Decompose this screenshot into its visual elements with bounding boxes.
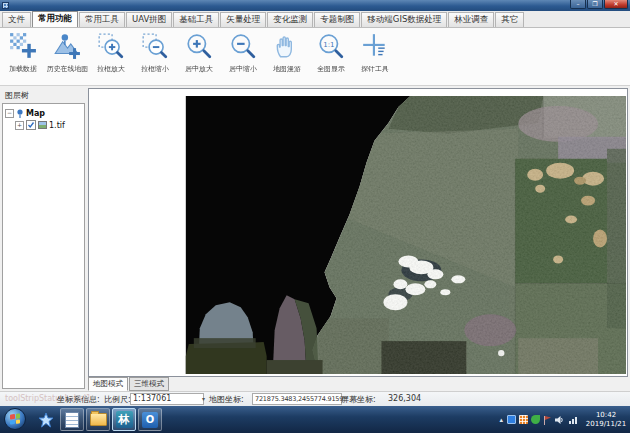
svg-text:1:1: 1:1 [323, 41, 334, 49]
history-online-map-icon [53, 32, 81, 60]
application-window: – ❐ ✕ 文件 常用功能 常用工具 UAV拼图 基础工具 矢量处理 变化监测 … [0, 0, 630, 433]
clock-date: 2019/11/21 [584, 420, 628, 429]
center-zoom-out-icon [229, 32, 257, 60]
taskbar-clock[interactable]: 10:42 2019/11/21 [584, 411, 628, 429]
tab-other[interactable]: 其它 [495, 12, 524, 27]
toolbar-button-label: 探针工具 [361, 64, 389, 73]
maximize-button[interactable]: ❐ [587, 0, 603, 9]
toolbar-button-label: 居中放大 [185, 64, 213, 73]
tree-node-map[interactable]: − Map [5, 107, 82, 119]
forest-app-icon: 林 [116, 411, 133, 428]
clock-time: 10:42 [584, 411, 628, 420]
ribbon-tab-strip: 文件 常用功能 常用工具 UAV拼图 基础工具 矢量处理 变化监测 专题制图 移… [0, 11, 630, 28]
tab-thematic-mapping[interactable]: 专题制图 [314, 12, 360, 27]
taskbar-o-app[interactable]: O [138, 408, 162, 431]
coord-system-label: 坐标系信息: [57, 394, 100, 405]
tab-change-monitoring[interactable]: 变化监测 [267, 12, 313, 27]
toolbar-button-label: 地图漫游 [273, 64, 301, 73]
window-controls: – ❐ ✕ [569, 0, 628, 9]
tray-blue-app-icon[interactable] [507, 415, 516, 424]
close-button[interactable]: ✕ [604, 0, 628, 9]
box-zoom-in-icon [97, 32, 125, 60]
scale-dropdown-arrow-icon[interactable]: ▾ [202, 395, 205, 402]
load-data-icon [9, 32, 37, 60]
app-logo-icon [2, 2, 9, 9]
tree-node-layer[interactable]: + 1.tif [5, 119, 82, 131]
check-icon [27, 121, 35, 129]
tray-grid-app-icon[interactable] [519, 415, 528, 424]
toolbar-button-label: 居中缩小 [229, 64, 257, 73]
full-extent-button[interactable]: 1:1 全图显示 [309, 28, 353, 84]
toolbar: 加载数据 历史在线地图 拉框放大 [0, 28, 630, 86]
raster-layer-icon [38, 121, 47, 129]
center-zoom-out-button[interactable]: 居中缩小 [221, 28, 265, 84]
center-zoom-in-button[interactable]: 居中放大 [177, 28, 221, 84]
toolbar-button-label: 全图显示 [317, 64, 345, 73]
map-coord-label: 地图坐标: [209, 394, 244, 405]
taskbar-explorer-app[interactable] [86, 408, 110, 431]
view-mode-tabs: 地图模式 三维模式 [88, 378, 170, 391]
layer-panel-title: 图层树 [5, 90, 29, 101]
minimize-button[interactable]: – [570, 0, 586, 9]
tab-3d-mode[interactable]: 三维模式 [129, 377, 169, 391]
document-icon [65, 412, 79, 428]
toolbar-button-label: 拉框缩小 [141, 64, 169, 73]
tray-flag-icon[interactable] [543, 415, 552, 425]
tab-forestry-survey[interactable]: 林业调查 [448, 12, 494, 27]
toolbar-button-label: 历史在线地图 [46, 64, 87, 73]
box-zoom-out-button[interactable]: 拉框缩小 [133, 28, 177, 84]
map-viewport[interactable] [88, 88, 628, 377]
layer-checkbox[interactable] [26, 120, 36, 130]
box-zoom-out-icon [141, 32, 169, 60]
load-data-button[interactable]: 加载数据 [1, 28, 45, 84]
toolbar-button-label: 加载数据 [9, 64, 37, 73]
folder-icon [90, 413, 107, 426]
star-icon [38, 412, 54, 428]
map-coord-field[interactable]: 721875.3483,2455774.9159 [252, 393, 342, 405]
screen-coord-value: 326,304 [388, 394, 421, 403]
tab-mobile-gis-data[interactable]: 移动端GIS数据处理 [361, 12, 447, 27]
full-extent-icon: 1:1 [317, 32, 345, 60]
satellite-map-canvas[interactable] [89, 89, 627, 376]
history-online-map-button[interactable]: 历史在线地图 [45, 28, 89, 84]
windows-flag-icon [10, 413, 20, 424]
tray-green-app-icon[interactable] [531, 415, 540, 424]
system-tray: ▴ 10:42 2019/11/21 [499, 406, 628, 433]
box-zoom-in-button[interactable]: 拉框放大 [89, 28, 133, 84]
start-button[interactable] [4, 408, 26, 430]
probe-tool-button[interactable]: 探针工具 [353, 28, 397, 84]
screen-coord-label: 屏幕坐标: [341, 394, 376, 405]
center-zoom-in-icon [185, 32, 213, 60]
layer-tree[interactable]: − Map + 1.tif [2, 103, 85, 389]
titlebar[interactable]: – ❐ ✕ [0, 0, 630, 11]
tab-file[interactable]: 文件 [2, 12, 31, 27]
expand-icon[interactable]: + [15, 121, 24, 130]
pan-map-button[interactable]: 地图漫游 [265, 28, 309, 84]
o-app-icon: O [142, 412, 158, 428]
probe-tool-icon [361, 32, 389, 60]
tree-node-label: Map [26, 109, 45, 118]
main-area: 图层树 − Map + 1.tif [0, 86, 630, 391]
tray-speaker-icon[interactable] [555, 415, 565, 425]
windows-taskbar: 林 O ▴ 10:42 2019/ [0, 406, 630, 433]
tab-common-functions[interactable]: 常用功能 [32, 11, 78, 27]
scale-combobox[interactable]: 1:137061 [130, 393, 204, 405]
tab-basic-tools[interactable]: 基础工具 [173, 12, 219, 27]
status-bar: toolStripStatusLabel1 坐标系信息: 比例尺: 1:1370… [0, 391, 630, 406]
map-group-icon [16, 109, 24, 118]
tab-map-mode[interactable]: 地图模式 [88, 377, 128, 391]
taskbar-star-app[interactable] [34, 408, 58, 431]
scale-label: 比例尺: [104, 394, 131, 405]
collapse-icon[interactable]: − [5, 109, 14, 118]
tab-common-tools[interactable]: 常用工具 [79, 12, 125, 27]
tab-uav-mosaic[interactable]: UAV拼图 [126, 12, 172, 27]
tree-node-label: 1.tif [49, 121, 65, 130]
taskbar-forest-gis-app[interactable]: 林 [112, 408, 136, 431]
pan-hand-icon [273, 32, 301, 60]
tab-vector-processing[interactable]: 矢量处理 [220, 12, 266, 27]
tray-network-icon[interactable] [568, 415, 578, 425]
taskbar-notepad-app[interactable] [60, 408, 84, 431]
toolbar-button-label: 拉框放大 [97, 64, 125, 73]
tray-expand-icon[interactable]: ▴ [499, 416, 503, 424]
